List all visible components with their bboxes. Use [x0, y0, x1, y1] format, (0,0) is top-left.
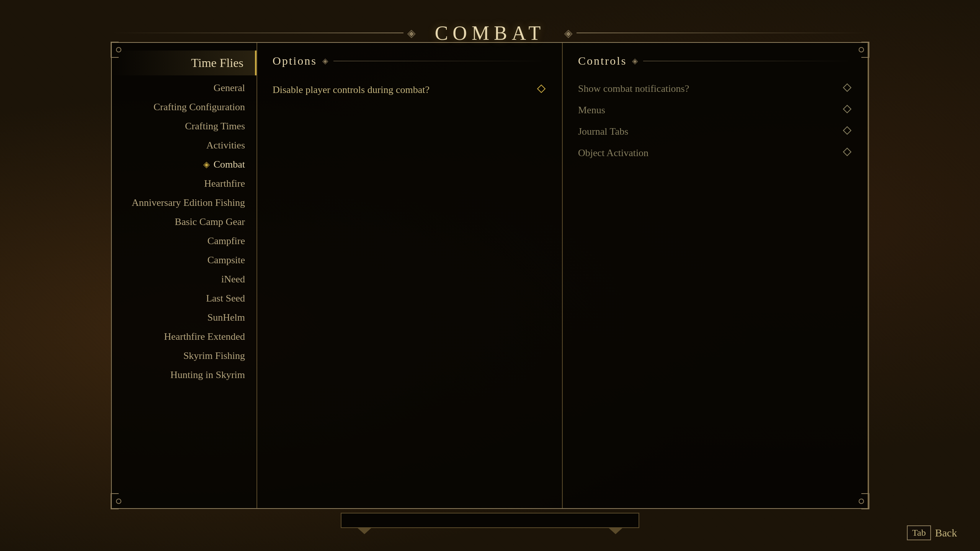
sidebar-item-label: Basic Camp Gear [175, 216, 245, 228]
sidebar-item-label: Skyrim Fishing [183, 350, 245, 362]
back-key: Tab [907, 525, 931, 540]
options-panel-title: Options ◈ [273, 54, 547, 67]
sidebar-item-campfire[interactable]: Campfire [112, 231, 256, 251]
controls-panel: Controls ◈ Show combat notifications? Me… [563, 43, 867, 508]
sidebar-item-label: Campsite [207, 254, 245, 266]
controls-panel-title: Controls ◈ [578, 54, 852, 67]
svg-point-3 [859, 499, 864, 504]
combat-icon: ◈ [203, 160, 210, 170]
bottom-bar [341, 513, 639, 528]
title-line-left [112, 33, 403, 33]
svg-rect-7 [843, 127, 851, 134]
sidebar-item-label: Hearthfire Extended [164, 331, 245, 342]
back-button[interactable]: Tab Back [907, 525, 957, 540]
sidebar-item-basic-camp-gear[interactable]: Basic Camp Gear [112, 212, 256, 231]
control-row-menus[interactable]: Menus [578, 99, 852, 121]
sidebar-item-label: Anniversary Edition Fishing [132, 197, 245, 209]
options-ornament: ◈ [322, 56, 328, 65]
svg-point-0 [116, 47, 121, 52]
controls-title-text: Controls [578, 54, 627, 67]
option-row-disable-controls[interactable]: Disable player controls during combat? [273, 78, 547, 102]
sidebar-item-label: Hunting in Skyrim [170, 369, 245, 381]
sidebar-item-crafting-config[interactable]: Crafting Configuration [112, 98, 256, 117]
sidebar-item-activities[interactable]: Activities [112, 136, 256, 155]
sidebar-item-campsite[interactable]: Campsite [112, 251, 256, 270]
svg-point-2 [116, 499, 121, 504]
main-container: ◈ COMBAT ◈ Time Flies General Crafting C… [111, 42, 869, 509]
sidebar-item-hearthfire-extended[interactable]: Hearthfire Extended [112, 327, 256, 346]
content: Options ◈ Disable player controls during… [257, 43, 868, 508]
sidebar-active-title: Time Flies [112, 51, 256, 75]
sidebar-item-skyrim-fishing[interactable]: Skyrim Fishing [112, 346, 256, 365]
option-disable-controls-label: Disable player controls during combat? [273, 84, 430, 96]
options-title-text: Options [273, 54, 317, 67]
sidebar-item-label: Crafting Times [185, 121, 245, 132]
control-row-object-activation[interactable]: Object Activation [578, 142, 852, 164]
back-label: Back [935, 527, 957, 539]
sidebar-item-last-seed[interactable]: Last Seed [112, 289, 256, 308]
sidebar-item-label: SunHelm [207, 312, 245, 323]
sidebar-item-crafting-times[interactable]: Crafting Times [112, 117, 256, 136]
title-line-right [577, 33, 868, 33]
sidebar-item-label: Hearthfire [204, 178, 245, 189]
sidebar-item-hearthfire[interactable]: Hearthfire [112, 174, 256, 193]
control-menus-label: Menus [578, 104, 605, 116]
sidebar-item-ineed[interactable]: iNeed [112, 270, 256, 289]
controls-title-line [643, 61, 852, 61]
sidebar-item-sunhelm[interactable]: SunHelm [112, 308, 256, 327]
sidebar-item-label: iNeed [221, 274, 245, 285]
control-object-activation-label: Object Activation [578, 147, 648, 159]
control-row-journal-tabs[interactable]: Journal Tabs [578, 121, 852, 142]
title-ornament-left: ◈ [407, 27, 416, 39]
sidebar-item-hunting-in-skyrim[interactable]: Hunting in Skyrim [112, 365, 256, 385]
control-object-activation-diamond[interactable] [842, 147, 852, 159]
sidebar-item-label: Campfire [207, 235, 245, 247]
sidebar-item-anniversary-fishing[interactable]: Anniversary Edition Fishing [112, 193, 256, 212]
sidebar-item-combat[interactable]: ◈ Combat [112, 155, 256, 174]
sidebar-item-general[interactable]: General [112, 78, 256, 98]
title-ornament-right: ◈ [564, 27, 573, 39]
svg-rect-6 [843, 105, 851, 113]
svg-rect-4 [537, 85, 545, 93]
control-show-notifications-label: Show combat notifications? [578, 83, 689, 95]
controls-ornament: ◈ [632, 56, 638, 65]
svg-point-1 [859, 47, 864, 52]
corner-bl [110, 493, 127, 510]
sidebar-item-label: Crafting Configuration [154, 101, 245, 113]
sidebar-item-label: General [214, 82, 245, 94]
control-journal-tabs-label: Journal Tabs [578, 126, 628, 137]
sidebar-item-label: Last Seed [206, 293, 245, 304]
sidebar-item-label: Activities [206, 140, 245, 151]
sidebar: Time Flies General Crafting Configuratio… [112, 43, 257, 508]
svg-rect-5 [843, 84, 851, 91]
corner-br [853, 493, 870, 510]
sidebar-item-label: Combat [214, 159, 245, 170]
options-title-line [333, 61, 547, 61]
control-show-notifications-diamond[interactable] [842, 83, 852, 95]
page-title: COMBAT [420, 22, 561, 44]
options-panel: Options ◈ Disable player controls during… [257, 43, 563, 508]
control-row-show-notifications[interactable]: Show combat notifications? [578, 78, 852, 99]
control-menus-diamond[interactable] [842, 104, 852, 116]
control-journal-tabs-diamond[interactable] [842, 126, 852, 138]
option-disable-controls-diamond[interactable] [536, 83, 547, 96]
layout: Time Flies General Crafting Configuratio… [112, 43, 868, 508]
title-bar: ◈ COMBAT ◈ [112, 21, 868, 44]
svg-rect-8 [843, 148, 851, 156]
